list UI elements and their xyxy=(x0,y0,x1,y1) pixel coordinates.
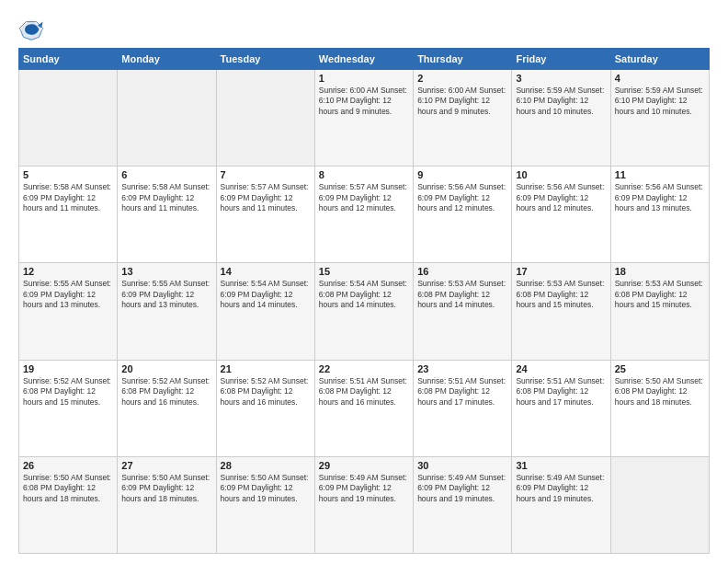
day-number: 30 xyxy=(417,460,507,471)
calendar-body: 1Sunrise: 6:00 AM Sunset: 6:10 PM Daylig… xyxy=(19,70,710,554)
day-info: Sunrise: 5:57 AM Sunset: 6:09 PM Dayligh… xyxy=(319,182,409,213)
day-cell: 8Sunrise: 5:57 AM Sunset: 6:09 PM Daylig… xyxy=(314,167,413,263)
day-number: 14 xyxy=(221,266,311,277)
day-cell: 18Sunrise: 5:53 AM Sunset: 6:08 PM Dayli… xyxy=(610,263,709,360)
calendar: SundayMondayTuesdayWednesdayThursdayFrid… xyxy=(18,48,710,554)
day-number: 26 xyxy=(23,460,113,471)
weekday-header-saturday: Saturday xyxy=(610,49,709,70)
day-info: Sunrise: 5:59 AM Sunset: 6:10 PM Dayligh… xyxy=(516,86,606,117)
day-cell: 13Sunrise: 5:55 AM Sunset: 6:09 PM Dayli… xyxy=(118,263,216,360)
day-cell: 1Sunrise: 6:00 AM Sunset: 6:10 PM Daylig… xyxy=(314,70,413,167)
day-info: Sunrise: 5:54 AM Sunset: 6:08 PM Dayligh… xyxy=(319,279,409,310)
day-info: Sunrise: 5:52 AM Sunset: 6:08 PM Dayligh… xyxy=(23,376,113,408)
day-cell: 26Sunrise: 5:50 AM Sunset: 6:08 PM Dayli… xyxy=(19,456,118,553)
day-info: Sunrise: 5:50 AM Sunset: 6:08 PM Dayligh… xyxy=(615,376,705,408)
day-number: 24 xyxy=(516,363,606,374)
day-number: 16 xyxy=(417,266,507,277)
day-info: Sunrise: 5:53 AM Sunset: 6:08 PM Dayligh… xyxy=(516,279,606,310)
day-info: Sunrise: 5:55 AM Sunset: 6:09 PM Dayligh… xyxy=(23,279,113,310)
day-cell: 9Sunrise: 5:56 AM Sunset: 6:09 PM Daylig… xyxy=(414,167,512,263)
day-info: Sunrise: 5:54 AM Sunset: 6:09 PM Dayligh… xyxy=(221,279,311,310)
day-cell: 3Sunrise: 5:59 AM Sunset: 6:10 PM Daylig… xyxy=(512,70,610,167)
day-info: Sunrise: 6:00 AM Sunset: 6:10 PM Dayligh… xyxy=(319,86,409,117)
day-number: 18 xyxy=(615,266,705,277)
day-info: Sunrise: 5:50 AM Sunset: 6:08 PM Dayligh… xyxy=(23,473,113,504)
day-info: Sunrise: 6:00 AM Sunset: 6:10 PM Dayligh… xyxy=(417,86,507,117)
week-row-4: 19Sunrise: 5:52 AM Sunset: 6:08 PM Dayli… xyxy=(19,360,710,456)
day-info: Sunrise: 5:56 AM Sunset: 6:09 PM Dayligh… xyxy=(615,182,705,213)
day-info: Sunrise: 5:53 AM Sunset: 6:08 PM Dayligh… xyxy=(615,279,705,310)
logo xyxy=(18,17,48,42)
day-cell: 10Sunrise: 5:56 AM Sunset: 6:09 PM Dayli… xyxy=(512,167,610,263)
day-info: Sunrise: 5:57 AM Sunset: 6:09 PM Dayligh… xyxy=(221,182,311,213)
day-cell: 6Sunrise: 5:58 AM Sunset: 6:09 PM Daylig… xyxy=(118,167,216,263)
day-info: Sunrise: 5:53 AM Sunset: 6:08 PM Dayligh… xyxy=(417,279,507,310)
day-cell: 16Sunrise: 5:53 AM Sunset: 6:08 PM Dayli… xyxy=(414,263,512,360)
day-info: Sunrise: 5:55 AM Sunset: 6:09 PM Dayligh… xyxy=(121,279,211,310)
day-number: 1 xyxy=(319,73,409,84)
day-info: Sunrise: 5:56 AM Sunset: 6:09 PM Dayligh… xyxy=(516,182,606,213)
weekday-header-sunday: Sunday xyxy=(19,49,118,70)
day-cell: 7Sunrise: 5:57 AM Sunset: 6:09 PM Daylig… xyxy=(216,167,314,263)
day-cell: 14Sunrise: 5:54 AM Sunset: 6:09 PM Dayli… xyxy=(216,263,314,360)
day-cell: 4Sunrise: 5:59 AM Sunset: 6:10 PM Daylig… xyxy=(610,70,709,167)
day-cell: 19Sunrise: 5:52 AM Sunset: 6:08 PM Dayli… xyxy=(19,360,118,456)
calendar-table: SundayMondayTuesdayWednesdayThursdayFrid… xyxy=(18,48,710,554)
weekday-header-tuesday: Tuesday xyxy=(216,49,314,70)
day-number: 13 xyxy=(121,266,211,277)
day-cell xyxy=(19,70,118,167)
day-info: Sunrise: 5:58 AM Sunset: 6:09 PM Dayligh… xyxy=(23,182,113,213)
day-cell: 23Sunrise: 5:51 AM Sunset: 6:08 PM Dayli… xyxy=(414,360,512,456)
day-number: 27 xyxy=(121,460,211,471)
day-cell: 5Sunrise: 5:58 AM Sunset: 6:09 PM Daylig… xyxy=(19,167,118,263)
day-cell: 24Sunrise: 5:51 AM Sunset: 6:08 PM Dayli… xyxy=(512,360,610,456)
day-number: 3 xyxy=(516,73,606,84)
day-cell: 25Sunrise: 5:50 AM Sunset: 6:08 PM Dayli… xyxy=(610,360,709,456)
day-cell: 12Sunrise: 5:55 AM Sunset: 6:09 PM Dayli… xyxy=(19,263,118,360)
day-info: Sunrise: 5:51 AM Sunset: 6:08 PM Dayligh… xyxy=(417,376,507,408)
day-cell: 30Sunrise: 5:49 AM Sunset: 6:09 PM Dayli… xyxy=(414,456,512,553)
day-cell: 21Sunrise: 5:52 AM Sunset: 6:08 PM Dayli… xyxy=(216,360,314,456)
day-info: Sunrise: 5:50 AM Sunset: 6:09 PM Dayligh… xyxy=(221,473,311,504)
day-number: 20 xyxy=(121,363,211,374)
day-number: 10 xyxy=(516,169,606,180)
weekday-header-thursday: Thursday xyxy=(414,49,512,70)
day-number: 23 xyxy=(417,363,507,374)
weekday-header-monday: Monday xyxy=(118,49,216,70)
day-number: 7 xyxy=(221,169,311,180)
header xyxy=(18,17,710,42)
day-cell: 31Sunrise: 5:49 AM Sunset: 6:09 PM Dayli… xyxy=(512,456,610,553)
day-info: Sunrise: 5:56 AM Sunset: 6:09 PM Dayligh… xyxy=(417,182,507,213)
day-cell: 20Sunrise: 5:52 AM Sunset: 6:08 PM Dayli… xyxy=(118,360,216,456)
day-number: 2 xyxy=(417,73,507,84)
day-info: Sunrise: 5:51 AM Sunset: 6:08 PM Dayligh… xyxy=(516,376,606,408)
day-number: 19 xyxy=(23,363,113,374)
week-row-1: 1Sunrise: 6:00 AM Sunset: 6:10 PM Daylig… xyxy=(19,70,710,167)
day-number: 6 xyxy=(121,169,211,180)
day-number: 22 xyxy=(319,363,409,374)
day-info: Sunrise: 5:49 AM Sunset: 6:09 PM Dayligh… xyxy=(417,473,507,504)
day-number: 28 xyxy=(221,460,311,471)
day-number: 25 xyxy=(615,363,705,374)
logo-icon xyxy=(18,17,44,42)
weekday-header-wednesday: Wednesday xyxy=(314,49,413,70)
day-number: 5 xyxy=(23,169,113,180)
day-number: 11 xyxy=(615,169,705,180)
day-number: 9 xyxy=(417,169,507,180)
day-info: Sunrise: 5:49 AM Sunset: 6:09 PM Dayligh… xyxy=(516,473,606,504)
day-cell: 28Sunrise: 5:50 AM Sunset: 6:09 PM Dayli… xyxy=(216,456,314,553)
day-cell xyxy=(610,456,709,553)
page: SundayMondayTuesdayWednesdayThursdayFrid… xyxy=(0,0,728,563)
day-cell: 15Sunrise: 5:54 AM Sunset: 6:08 PM Dayli… xyxy=(314,263,413,360)
week-row-5: 26Sunrise: 5:50 AM Sunset: 6:08 PM Dayli… xyxy=(19,456,710,553)
weekday-header-friday: Friday xyxy=(512,49,610,70)
day-cell xyxy=(216,70,314,167)
header-row: SundayMondayTuesdayWednesdayThursdayFrid… xyxy=(19,49,710,70)
day-info: Sunrise: 5:50 AM Sunset: 6:09 PM Dayligh… xyxy=(121,473,211,504)
day-cell: 27Sunrise: 5:50 AM Sunset: 6:09 PM Dayli… xyxy=(118,456,216,553)
day-number: 31 xyxy=(516,460,606,471)
day-cell: 17Sunrise: 5:53 AM Sunset: 6:08 PM Dayli… xyxy=(512,263,610,360)
day-cell: 22Sunrise: 5:51 AM Sunset: 6:08 PM Dayli… xyxy=(314,360,413,456)
week-row-2: 5Sunrise: 5:58 AM Sunset: 6:09 PM Daylig… xyxy=(19,167,710,263)
calendar-header: SundayMondayTuesdayWednesdayThursdayFrid… xyxy=(19,49,710,70)
